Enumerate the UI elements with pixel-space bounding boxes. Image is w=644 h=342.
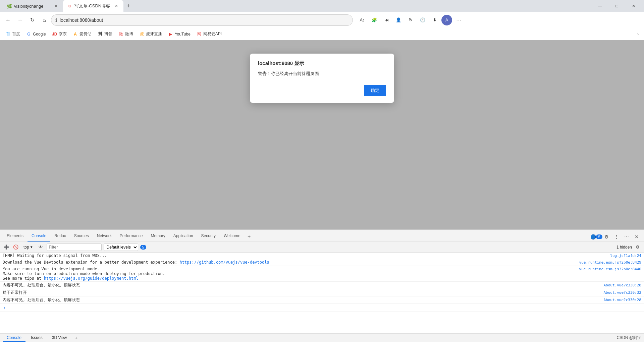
devtools-panel: Elements Console Redux Sources Network P…	[0, 229, 644, 333]
bookmark-wangyiyun[interactable]: 网 网易云API	[194, 29, 224, 39]
console-source-hmr[interactable]: log.js?1afd:24	[610, 254, 641, 258]
home-button[interactable]: ⌂	[39, 15, 50, 25]
profile-button[interactable]: 👤	[393, 15, 404, 25]
bookmark-weibo-label: 微博	[125, 31, 133, 37]
status-tab-console[interactable]: Console	[3, 334, 25, 342]
devtools-issues-button[interactable]: 🔵 5	[592, 232, 601, 242]
user-avatar[interactable]: A	[441, 15, 452, 25]
prev-session-button[interactable]: ⏮	[381, 15, 392, 25]
console-prompt-arrow[interactable]: ›	[3, 304, 6, 311]
youtube-icon: ▶	[168, 31, 173, 37]
devtools-close-button[interactable]: ✕	[632, 232, 641, 242]
bookmark-aizanzhu-label: 爱赞助	[79, 31, 92, 37]
devtools-tab-security[interactable]: Security	[197, 231, 220, 242]
console-settings-button[interactable]: ⚙	[634, 244, 641, 251]
tab1-close[interactable]: ✕	[53, 3, 59, 9]
status-tab-3dview[interactable]: 3D View	[48, 334, 71, 342]
bookmark-aizanzhu[interactable]: A 爱赞助	[70, 29, 94, 39]
console-toolbar: ➕ 🚫 top ▼ 👁 Default levels Verbose Info …	[0, 242, 644, 253]
console-msg-normal: 处于正常打开	[3, 290, 601, 295]
more-button[interactable]: ⋯	[453, 15, 464, 25]
address-bar[interactable]: ℹ localhost:8080/about	[51, 14, 353, 26]
console-source-normal[interactable]: About.vue?c330:32	[603, 290, 641, 295]
console-eye-button[interactable]: 👁	[37, 244, 45, 251]
bookmark-youtube[interactable]: ▶ YouTube	[165, 29, 193, 39]
history-button[interactable]: 🕐	[417, 15, 428, 25]
status-tab-issues[interactable]: Issues	[27, 334, 47, 342]
maximize-button[interactable]: □	[609, 0, 625, 12]
tab-visibilitychange[interactable]: 🌿 visibilitychange ✕	[3, 0, 63, 12]
extensions-button[interactable]: 🧩	[369, 15, 380, 25]
context-label: top	[23, 245, 29, 250]
console-source-vue-mode[interactable]: vue.runtime.esm.js?2b0e:8440	[579, 267, 641, 271]
console-clear-button[interactable]: 🚫	[12, 244, 19, 251]
bookmark-google[interactable]: G Google	[23, 29, 49, 39]
status-bar: Console Issues 3D View + CSDN @阿宇	[0, 333, 644, 342]
reload-button[interactable]: ↻	[27, 15, 38, 25]
translate-button[interactable]: A↕	[357, 15, 368, 25]
more-bookmarks[interactable]: ›	[635, 29, 641, 39]
vue-deployment-link[interactable]: https://vuejs.org/guide/deployment.html	[44, 276, 139, 281]
devtools-tab-elements[interactable]: Elements	[3, 231, 28, 242]
console-source-invisible1[interactable]: About.vue?c330:28	[603, 283, 641, 287]
console-line-hmr: [HMR] Waiting for update signal from WDS…	[0, 253, 644, 259]
tab2-close[interactable]: ✕	[113, 3, 119, 9]
devtools-tab-console[interactable]: Console	[28, 231, 50, 242]
weibo-icon: 微	[118, 31, 124, 37]
bookmark-douyin[interactable]: 抖 抖音	[95, 29, 115, 39]
devtools-tab-performance[interactable]: Performance	[116, 231, 147, 242]
devtools-tab-network[interactable]: Network	[93, 231, 116, 242]
console-line-invisible2: 内容不可见, 处理后台、最小化、锁屏状态 About.vue?c330:28	[0, 296, 644, 304]
issues-badge-toolbar: 5	[140, 245, 146, 250]
bookmark-huya[interactable]: 虎 虎牙直播	[137, 29, 165, 39]
add-tab-button[interactable]: +	[123, 1, 133, 11]
bookmark-baidu[interactable]: 百 百度	[3, 29, 23, 39]
devtools-tab-memory[interactable]: Memory	[147, 231, 169, 242]
huya-icon: 虎	[139, 31, 145, 37]
devtools-customize-button[interactable]: ⋮	[612, 232, 621, 242]
bookmark-jd[interactable]: JD 京东	[49, 29, 69, 39]
dialog-ok-button[interactable]: 确定	[364, 85, 386, 96]
back-button[interactable]: ←	[3, 15, 13, 25]
devtools-settings-button[interactable]: ⚙	[602, 232, 611, 242]
console-source-devtools[interactable]: vue.runtime.esm.js?2b0e:8429	[579, 260, 641, 265]
bookmark-weibo[interactable]: 微 微博	[116, 29, 136, 39]
bookmark-youtube-label: YouTube	[175, 32, 191, 37]
sync-button[interactable]: ↻	[405, 15, 416, 25]
nav-right-buttons: A↕ 🧩 ⏮ 👤 ↻ 🕐 ⬇ A ⋯	[357, 15, 464, 25]
devtools-right-buttons: 🔵 5 ⚙ ⋮ ⋯ ✕	[592, 232, 641, 242]
console-line-vue-mode: You are running Vue in development mode.…	[0, 266, 644, 282]
jd-icon: JD	[52, 31, 57, 37]
console-source-invisible2[interactable]: About.vue?c330:28	[603, 298, 641, 302]
devtools-tab-sources[interactable]: Sources	[70, 231, 93, 242]
tab2-favicon: C	[67, 3, 72, 9]
tab-csdn[interactable]: C 写文章-CSDN博客 ✕	[63, 0, 123, 12]
devtools-add-panel[interactable]: +	[245, 232, 254, 242]
tab2-title: 写文章-CSDN博客	[74, 3, 111, 9]
bookmark-baidu-label: 百度	[12, 31, 20, 37]
vue-devtools-link[interactable]: https://github.com/vuejs/vue-devtools	[179, 260, 269, 265]
context-selector[interactable]: top ▼	[21, 244, 35, 250]
forward-button[interactable]: →	[15, 15, 25, 25]
close-button[interactable]: ✕	[626, 0, 641, 12]
status-add-tab[interactable]: +	[72, 334, 80, 342]
download-button[interactable]: ⬇	[429, 15, 440, 25]
devtools-more-button[interactable]: ⋯	[622, 232, 631, 242]
dialog-message: 警告！你已经离开当前答题页面	[258, 71, 386, 77]
log-level-select[interactable]: Default levels Verbose Info Warnings Err…	[104, 244, 138, 251]
alert-dialog: localhost:8080 显示 警告！你已经离开当前答题页面 确定	[250, 54, 394, 103]
console-prompt-line: ›	[0, 304, 644, 312]
devtools-tab-welcome[interactable]: Welcome	[220, 231, 245, 242]
aizanzhu-icon: A	[73, 31, 78, 37]
devtools-tab-application[interactable]: Application	[169, 231, 197, 242]
minimize-button[interactable]: —	[592, 0, 608, 12]
console-filter-input[interactable]	[47, 244, 102, 251]
console-add-button[interactable]: ➕	[3, 244, 10, 251]
dialog-title: localhost:8080 显示	[258, 60, 386, 67]
bookmarks-bar: 百 百度 G Google JD 京东 A 爱赞助 抖 抖音 微 微博 虎 虎牙…	[0, 28, 644, 40]
context-dropdown-icon: ▼	[30, 245, 33, 249]
status-bar-right-text: CSDN @阿宇	[616, 335, 641, 341]
devtools-tab-redux[interactable]: Redux	[50, 231, 70, 242]
console-line-normal: 处于正常打开 About.vue?c330:32	[0, 289, 644, 296]
navigation-bar: ← → ↻ ⌂ ℹ localhost:8080/about A↕ 🧩 ⏮ 👤 …	[0, 12, 644, 28]
